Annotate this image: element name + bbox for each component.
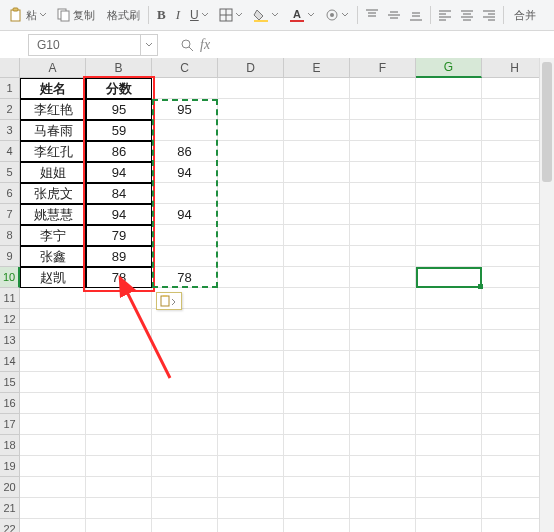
cell-C18[interactable] <box>152 435 218 456</box>
cell-E2[interactable] <box>284 99 350 120</box>
row-header-12[interactable]: 12 <box>0 309 20 330</box>
cell-D18[interactable] <box>218 435 284 456</box>
row-header-16[interactable]: 16 <box>0 393 20 414</box>
cell-E10[interactable] <box>284 267 350 288</box>
column-header-D[interactable]: D <box>218 58 284 78</box>
cell-E11[interactable] <box>284 288 350 309</box>
row-header-15[interactable]: 15 <box>0 372 20 393</box>
cell-A4[interactable]: 李红孔 <box>20 141 86 162</box>
cell-B19[interactable] <box>86 456 152 477</box>
cell-G22[interactable] <box>416 519 482 532</box>
align-center-button[interactable] <box>457 4 477 26</box>
cell-E6[interactable] <box>284 183 350 204</box>
cell-D10[interactable] <box>218 267 284 288</box>
cell-D3[interactable] <box>218 120 284 141</box>
row-headers[interactable]: 12345678910111213141516171819202122 <box>0 78 20 532</box>
cell-E14[interactable] <box>284 351 350 372</box>
select-all-corner[interactable] <box>0 58 20 78</box>
row-header-7[interactable]: 7 <box>0 204 20 225</box>
cell-F21[interactable] <box>350 498 416 519</box>
cell-C9[interactable] <box>152 246 218 267</box>
paste-button[interactable]: 粘 <box>4 4 51 26</box>
cell-B20[interactable] <box>86 477 152 498</box>
cell-F19[interactable] <box>350 456 416 477</box>
cell-F1[interactable] <box>350 78 416 99</box>
cell-D2[interactable] <box>218 99 284 120</box>
cell-B5[interactable]: 94 <box>86 162 152 183</box>
cell-D6[interactable] <box>218 183 284 204</box>
column-header-G[interactable]: G <box>416 58 482 78</box>
cell-G13[interactable] <box>416 330 482 351</box>
cell-D7[interactable] <box>218 204 284 225</box>
cell-D11[interactable] <box>218 288 284 309</box>
column-headers[interactable]: ABCDEFGH <box>20 58 548 78</box>
cell-B3[interactable]: 59 <box>86 120 152 141</box>
cell-A13[interactable] <box>20 330 86 351</box>
cell-A16[interactable] <box>20 393 86 414</box>
cell-C4[interactable]: 86 <box>152 141 218 162</box>
cell-A8[interactable]: 李宁 <box>20 225 86 246</box>
row-header-10[interactable]: 10 <box>0 267 20 288</box>
row-header-22[interactable]: 22 <box>0 519 20 532</box>
cell-D4[interactable] <box>218 141 284 162</box>
cell-C3[interactable] <box>152 120 218 141</box>
cell-B4[interactable]: 86 <box>86 141 152 162</box>
cell-F9[interactable] <box>350 246 416 267</box>
cell-B16[interactable] <box>86 393 152 414</box>
cell-F3[interactable] <box>350 120 416 141</box>
align-right-button[interactable] <box>479 4 499 26</box>
row-header-13[interactable]: 13 <box>0 330 20 351</box>
cell-D22[interactable] <box>218 519 284 532</box>
cell-G12[interactable] <box>416 309 482 330</box>
row-header-19[interactable]: 19 <box>0 456 20 477</box>
cell-E16[interactable] <box>284 393 350 414</box>
cell-C20[interactable] <box>152 477 218 498</box>
cell-A2[interactable]: 李红艳 <box>20 99 86 120</box>
row-header-1[interactable]: 1 <box>0 78 20 99</box>
cell-D14[interactable] <box>218 351 284 372</box>
italic-button[interactable]: I <box>172 4 184 26</box>
cell-D8[interactable] <box>218 225 284 246</box>
fx-icon[interactable]: fx <box>200 37 210 53</box>
cell-G17[interactable] <box>416 414 482 435</box>
cell-F5[interactable] <box>350 162 416 183</box>
cell-F6[interactable] <box>350 183 416 204</box>
cell-F18[interactable] <box>350 435 416 456</box>
row-header-5[interactable]: 5 <box>0 162 20 183</box>
cell-A21[interactable] <box>20 498 86 519</box>
cell-C17[interactable] <box>152 414 218 435</box>
underline-button[interactable]: U <box>186 4 213 26</box>
column-header-E[interactable]: E <box>284 58 350 78</box>
cell-B22[interactable] <box>86 519 152 532</box>
cell-C6[interactable] <box>152 183 218 204</box>
cell-G15[interactable] <box>416 372 482 393</box>
cell-F7[interactable] <box>350 204 416 225</box>
cell-D15[interactable] <box>218 372 284 393</box>
cell-G3[interactable] <box>416 120 482 141</box>
copy-button[interactable]: 复制 <box>53 4 99 26</box>
cell-F20[interactable] <box>350 477 416 498</box>
cell-D9[interactable] <box>218 246 284 267</box>
cell-E4[interactable] <box>284 141 350 162</box>
cell-E19[interactable] <box>284 456 350 477</box>
font-color-button[interactable]: A <box>285 4 319 26</box>
cell-E3[interactable] <box>284 120 350 141</box>
cell-E18[interactable] <box>284 435 350 456</box>
cell-G9[interactable] <box>416 246 482 267</box>
cell-E15[interactable] <box>284 372 350 393</box>
cell-F15[interactable] <box>350 372 416 393</box>
cell-G11[interactable] <box>416 288 482 309</box>
name-box[interactable]: G10 <box>28 34 158 56</box>
cell-A20[interactable] <box>20 477 86 498</box>
effects-button[interactable] <box>321 4 353 26</box>
cell-E13[interactable] <box>284 330 350 351</box>
worksheet[interactable]: ABCDEFGH 1234567891011121314151617181920… <box>0 58 554 532</box>
cell-F17[interactable] <box>350 414 416 435</box>
cell-C22[interactable] <box>152 519 218 532</box>
cell-B1[interactable]: 分数 <box>86 78 152 99</box>
align-middle-button[interactable] <box>384 4 404 26</box>
cell-G2[interactable] <box>416 99 482 120</box>
cell-E20[interactable] <box>284 477 350 498</box>
cell-G21[interactable] <box>416 498 482 519</box>
cell-C5[interactable]: 94 <box>152 162 218 183</box>
